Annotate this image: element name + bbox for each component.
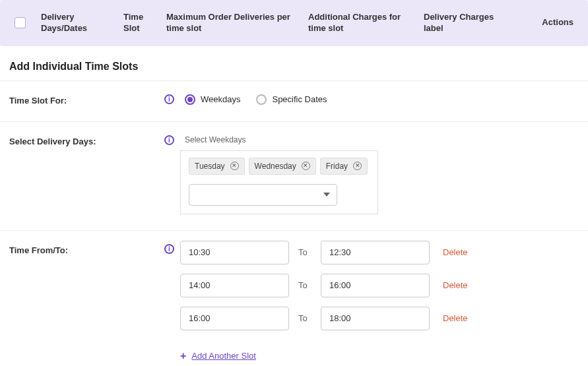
label-time-slot-for: Time Slot For: — [9, 94, 164, 106]
row-time-slot-for: Time Slot For: i WeekdaysSpecific Dates — [0, 81, 588, 121]
to-label: To — [298, 313, 311, 323]
delete-slot-button[interactable]: Delete — [443, 280, 468, 290]
row-time-from-to: Time From/To: i ToDeleteToDeleteToDelete… — [0, 231, 588, 366]
time-to-input[interactable] — [321, 241, 430, 264]
row-select-days: Select Delivery Days: i Select Weekdays … — [0, 122, 588, 230]
time-slot-row: ToDelete — [180, 307, 579, 330]
time-to-input[interactable] — [321, 274, 430, 297]
delete-slot-button[interactable]: Delete — [443, 313, 468, 323]
chevron-down-icon — [323, 193, 330, 197]
label-select-days: Select Delivery Days: — [9, 135, 164, 146]
to-label: To — [298, 247, 311, 257]
radio-label: Specific Dates — [272, 94, 327, 104]
col-time-slot: Time Slot — [123, 12, 160, 34]
col-max-deliveries: Maximum Order Deliveries per time slot — [166, 12, 302, 34]
weekday-dropdown[interactable] — [189, 184, 337, 206]
radio-weekdays[interactable]: Weekdays — [185, 94, 240, 105]
col-additional-charges: Additional Charges for time slot — [308, 12, 417, 34]
weekday-pill-tuesday: Tuesday✕ — [189, 158, 245, 175]
radio-specific-dates[interactable]: Specific Dates — [256, 94, 327, 105]
to-label: To — [298, 280, 311, 290]
col-actions: Actions — [509, 17, 573, 28]
radio-icon — [256, 94, 267, 105]
plus-icon: + — [180, 350, 186, 362]
add-another-slot-button[interactable]: + Add Another Slot — [180, 350, 579, 362]
time-from-input[interactable] — [180, 274, 289, 297]
info-icon[interactable]: i — [164, 244, 174, 254]
pill-label: Friday — [326, 162, 348, 171]
time-to-input[interactable] — [321, 307, 430, 330]
label-time-from-to: Time From/To: — [9, 244, 164, 255]
add-slot-label: Add Another Slot — [191, 351, 256, 361]
pill-label: Wednesday — [255, 162, 296, 171]
radio-label: Weekdays — [201, 94, 240, 104]
time-slot-row: ToDelete — [180, 241, 579, 264]
delete-slot-button[interactable]: Delete — [443, 247, 468, 257]
pill-label: Tuesday — [195, 162, 225, 171]
info-icon[interactable]: i — [164, 94, 174, 104]
time-from-input[interactable] — [180, 307, 289, 330]
remove-icon[interactable]: ✕ — [353, 162, 362, 170]
info-icon[interactable]: i — [164, 135, 174, 145]
remove-icon[interactable]: ✕ — [230, 162, 239, 170]
weekday-pill-friday: Friday✕ — [320, 158, 368, 175]
time-slot-row: ToDelete — [180, 274, 579, 297]
weekday-pill-wednesday: Wednesday✕ — [249, 158, 316, 175]
col-delivery-days: Delivery Days/Dates — [41, 12, 117, 34]
select-all-checkbox[interactable] — [15, 17, 26, 28]
time-from-input[interactable] — [180, 241, 289, 264]
radio-icon — [185, 94, 195, 105]
section-title: Add Individual Time Slots — [9, 61, 588, 73]
table-header: Delivery Days/Dates Time Slot Maximum Or… — [0, 0, 588, 46]
col-charges-label: Delivery Charges label — [424, 12, 503, 34]
weekday-selector: Tuesday✕Wednesday✕Friday✕ — [180, 150, 378, 214]
remove-icon[interactable]: ✕ — [302, 162, 310, 170]
select-weekdays-hint: Select Weekdays — [185, 135, 246, 144]
